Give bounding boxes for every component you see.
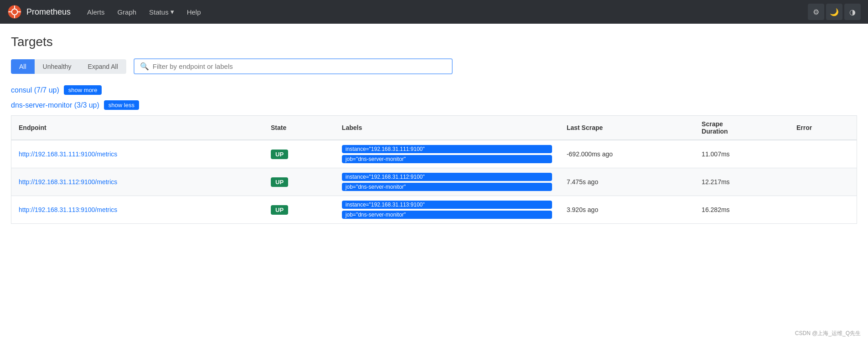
table-cell-last-scrape: 3.920s ago xyxy=(559,196,694,224)
state-badge: UP xyxy=(271,177,288,187)
settings-icon[interactable]: ⚙ xyxy=(808,4,824,20)
nav-graph[interactable]: Graph xyxy=(112,5,142,19)
table-cell-state: UP xyxy=(264,168,335,196)
table-header-row: Endpoint State Labels Last Scrape Scrape… xyxy=(11,116,857,140)
endpoint-link[interactable]: http://192.168.31.112:9100/metrics xyxy=(19,178,117,186)
navbar: Prometheus Alerts Graph Status ▾ Help ⚙ … xyxy=(0,0,868,24)
nav-status[interactable]: Status ▾ xyxy=(144,5,180,19)
brand-name: Prometheus xyxy=(26,7,71,17)
consul-section-title[interactable]: consul (7/7 up) xyxy=(11,86,59,94)
contrast-icon[interactable]: ◑ xyxy=(844,4,861,20)
table-cell-error xyxy=(789,196,857,224)
th-endpoint: Endpoint xyxy=(11,116,264,140)
table-cell-labels: instance="192.168.31.111:9100"job="dns-s… xyxy=(335,140,559,168)
moon-icon[interactable]: 🌙 xyxy=(826,4,842,20)
consul-show-more-button[interactable]: show more xyxy=(64,85,102,95)
filter-all-button[interactable]: All xyxy=(11,59,35,74)
prometheus-logo xyxy=(7,5,22,19)
th-state: State xyxy=(264,116,335,140)
table-row: http://192.168.31.112:9100/metricsUPinst… xyxy=(11,168,857,196)
table-cell-scrape-duration: 11.007ms xyxy=(694,140,789,168)
table-cell-error xyxy=(789,140,857,168)
table-row: http://192.168.31.113:9100/metricsUPinst… xyxy=(11,196,857,224)
filter-buttons: All Unhealthy Expand All xyxy=(11,59,126,74)
search-input[interactable] xyxy=(153,62,446,70)
th-error: Error xyxy=(789,116,857,140)
dns-monitor-show-less-button[interactable]: show less xyxy=(104,100,139,110)
th-scrape-duration: ScrapeDuration xyxy=(694,116,789,140)
label-tag: instance="192.168.31.112:9100" xyxy=(342,173,552,181)
table-row: http://192.168.31.111:9100/metricsUPinst… xyxy=(11,140,857,168)
th-labels: Labels xyxy=(335,116,559,140)
search-container: 🔍 xyxy=(134,58,453,74)
label-tag: instance="192.168.31.113:9100" xyxy=(342,201,552,209)
table-cell-labels: instance="192.168.31.113:9100"job="dns-s… xyxy=(335,196,559,224)
table-cell-last-scrape: -692.000ms ago xyxy=(559,140,694,168)
table-cell-endpoint: http://192.168.31.113:9100/metrics xyxy=(11,196,264,224)
chevron-down-icon: ▾ xyxy=(170,8,174,16)
table-cell-labels: instance="192.168.31.112:9100"job="dns-s… xyxy=(335,168,559,196)
table-cell-endpoint: http://192.168.31.111:9100/metrics xyxy=(11,140,264,168)
nav-links: Alerts Graph Status ▾ Help xyxy=(82,5,206,19)
consul-section-header: consul (7/7 up) show more xyxy=(11,85,857,95)
table-cell-endpoint: http://192.168.31.112:9100/metrics xyxy=(11,168,264,196)
brand: Prometheus xyxy=(7,5,71,19)
label-tag: job="dns-server-monitor" xyxy=(342,183,552,191)
dns-monitor-section-header: dns-server-monitor (3/3 up) show less xyxy=(11,100,857,110)
table-cell-last-scrape: 7.475s ago xyxy=(559,168,694,196)
filter-bar: All Unhealthy Expand All 🔍 xyxy=(11,58,857,74)
page-title: Targets xyxy=(11,35,857,49)
table-cell-scrape-duration: 12.217ms xyxy=(694,168,789,196)
state-badge: UP xyxy=(271,150,288,159)
main-content: Targets All Unhealthy Expand All 🔍 consu… xyxy=(0,24,868,235)
label-tag: job="dns-server-monitor" xyxy=(342,211,552,219)
dns-monitor-section-title[interactable]: dns-server-monitor (3/3 up) xyxy=(11,101,99,109)
filter-unhealthy-button[interactable]: Unhealthy xyxy=(35,59,80,74)
label-tag: instance="192.168.31.111:9100" xyxy=(342,145,552,153)
search-icon: 🔍 xyxy=(140,62,149,71)
targets-table: Endpoint State Labels Last Scrape Scrape… xyxy=(11,115,857,224)
table-body: http://192.168.31.111:9100/metricsUPinst… xyxy=(11,140,857,224)
nav-help[interactable]: Help xyxy=(181,5,207,19)
state-badge: UP xyxy=(271,205,288,215)
table-cell-state: UP xyxy=(264,196,335,224)
table-cell-state: UP xyxy=(264,140,335,168)
th-last-scrape: Last Scrape xyxy=(559,116,694,140)
endpoint-link[interactable]: http://192.168.31.113:9100/metrics xyxy=(19,206,117,213)
nav-alerts[interactable]: Alerts xyxy=(82,5,110,19)
filter-expand-all-button[interactable]: Expand All xyxy=(80,59,126,74)
table-cell-scrape-duration: 16.282ms xyxy=(694,196,789,224)
table-header: Endpoint State Labels Last Scrape Scrape… xyxy=(11,116,857,140)
label-tag: job="dns-server-monitor" xyxy=(342,155,552,163)
endpoint-link[interactable]: http://192.168.31.111:9100/metrics xyxy=(19,150,117,158)
navbar-icons: ⚙ 🌙 ◑ xyxy=(808,4,861,20)
table-cell-error xyxy=(789,168,857,196)
